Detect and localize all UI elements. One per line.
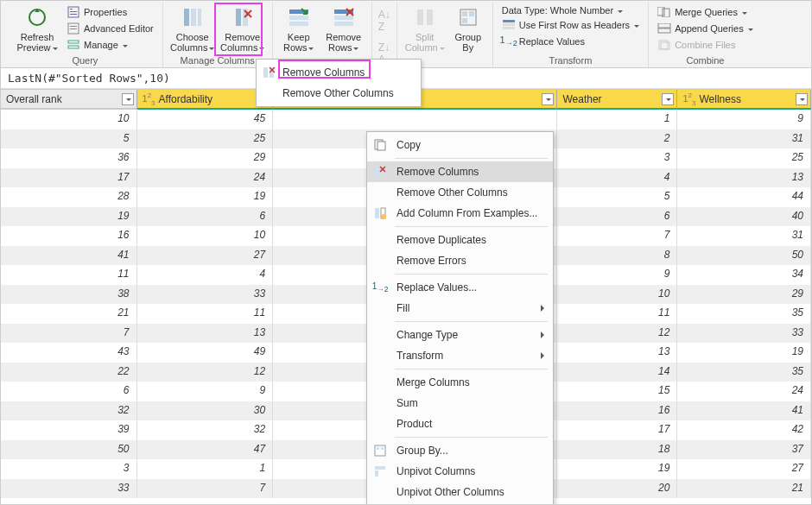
filter-button[interactable] (662, 93, 674, 105)
table-cell[interactable]: 8 (557, 246, 677, 266)
table-cell[interactable]: 5 (1, 129, 137, 149)
table-cell[interactable]: 19 (557, 459, 677, 479)
table-cell[interactable]: 27 (137, 246, 274, 266)
table-cell[interactable]: 13 (137, 324, 274, 344)
table-cell[interactable]: 41 (677, 401, 811, 421)
table-cell[interactable]: 25 (137, 129, 274, 149)
replace-values-button[interactable]: 1→2 Replace Values (498, 34, 643, 49)
table-cell[interactable]: 3 (1, 459, 137, 479)
table-cell[interactable]: 7 (1, 324, 137, 344)
table-cell[interactable]: 9 (677, 110, 811, 129)
table-cell[interactable]: 16 (1, 226, 137, 246)
col-header-overall-rank[interactable]: Overall rank (1, 90, 137, 110)
cm-unpivot-columns[interactable]: Unpivot Columns (367, 461, 553, 482)
table-cell[interactable]: 32 (137, 420, 274, 440)
table-cell[interactable]: 37 (677, 440, 811, 460)
table-cell[interactable]: 35 (677, 304, 811, 324)
cm-remove-columns[interactable]: Remove Columns (367, 161, 553, 182)
table-cell[interactable]: 27 (677, 459, 811, 479)
first-row-headers-button[interactable]: Use First Row as Headers (498, 17, 643, 33)
table-cell[interactable]: 39 (1, 420, 137, 440)
table-cell[interactable]: 20 (557, 479, 677, 499)
table-cell[interactable]: 50 (1, 440, 137, 460)
cm-group-by[interactable]: Group By... (367, 440, 553, 461)
table-cell[interactable]: 50 (677, 246, 811, 266)
manage-button[interactable]: Manage (63, 37, 157, 53)
table-cell[interactable]: 4 (557, 168, 677, 188)
table-row[interactable]: 104519 (1, 110, 811, 129)
table-cell[interactable]: 13 (677, 168, 811, 188)
table-cell[interactable]: 14 (557, 363, 677, 382)
col-header-weather[interactable]: Weather (557, 90, 677, 110)
data-type-button[interactable]: Data Type: Whole Number (498, 4, 643, 16)
cm-copy[interactable]: Copy (367, 135, 553, 155)
table-cell[interactable]: 9 (557, 265, 677, 285)
table-cell[interactable]: 24 (677, 382, 811, 401)
table-cell[interactable]: 7 (137, 479, 274, 499)
keep-rows-button[interactable]: Keep Rows (278, 3, 320, 54)
filter-button[interactable] (796, 93, 808, 105)
table-cell[interactable]: 17 (557, 420, 677, 440)
sort-asc-button[interactable]: A↓Z (376, 6, 393, 35)
cm-change-type[interactable]: Change Type (367, 325, 553, 345)
cm-replace-values[interactable]: 1→2 Replace Values... (367, 277, 553, 298)
cm-remove-other-columns[interactable]: Remove Other Columns (367, 182, 553, 203)
properties-button[interactable]: Properties (63, 4, 157, 20)
table-cell[interactable]: 40 (677, 207, 811, 227)
table-cell[interactable]: 6 (1, 382, 137, 401)
table-cell[interactable]: 47 (137, 440, 274, 460)
table-cell[interactable]: 31 (677, 129, 811, 149)
choose-columns-button[interactable]: Choose Columns (168, 3, 217, 54)
split-column-button[interactable]: Split Column (403, 3, 447, 54)
table-cell[interactable]: 19 (677, 343, 811, 363)
advanced-editor-button[interactable]: Advanced Editor (63, 21, 157, 36)
table-cell[interactable]: 2 (557, 129, 677, 149)
table-cell[interactable]: 19 (1, 207, 137, 227)
table-cell[interactable]: 3 (557, 148, 677, 168)
table-cell[interactable]: 19 (137, 187, 274, 207)
dropdown-remove-other-columns[interactable]: Remove Other Columns (257, 83, 421, 104)
cm-fill[interactable]: Fill (367, 298, 553, 319)
table-cell[interactable]: 1 (137, 459, 274, 479)
table-cell[interactable]: 1 (557, 110, 677, 129)
table-cell[interactable]: 32 (1, 401, 137, 421)
table-cell[interactable]: 12 (137, 363, 274, 382)
merge-queries-button[interactable]: Merge Queries (654, 4, 757, 20)
table-cell[interactable]: 35 (677, 363, 811, 382)
filter-button[interactable] (122, 93, 134, 105)
cm-product[interactable]: Product (367, 413, 553, 434)
col-header-wellness[interactable]: 123 Wellness (677, 90, 811, 110)
cm-add-column-from-examples[interactable]: Add Column From Examples... (367, 203, 553, 224)
table-cell[interactable]: 6 (137, 207, 274, 227)
table-cell[interactable] (273, 110, 557, 129)
table-cell[interactable]: 44 (677, 187, 811, 207)
cm-transform[interactable]: Transform (367, 345, 553, 366)
table-cell[interactable]: 43 (1, 343, 137, 363)
remove-rows-button[interactable]: Remove Rows (321, 3, 366, 54)
table-cell[interactable]: 30 (137, 401, 274, 421)
cm-remove-errors[interactable]: Remove Errors (367, 250, 553, 271)
table-cell[interactable]: 42 (677, 420, 811, 440)
table-cell[interactable]: 25 (677, 148, 811, 168)
table-cell[interactable]: 34 (677, 265, 811, 285)
table-cell[interactable]: 33 (1, 479, 137, 499)
table-cell[interactable]: 5 (557, 187, 677, 207)
table-cell[interactable]: 17 (1, 168, 137, 188)
group-by-button[interactable]: Group By (449, 3, 487, 54)
table-cell[interactable]: 33 (137, 285, 274, 305)
table-cell[interactable]: 24 (137, 168, 274, 188)
cm-unpivot-other-columns[interactable]: Unpivot Other Columns (367, 482, 553, 502)
table-cell[interactable]: 10 (1, 110, 137, 129)
table-cell[interactable]: 10 (137, 226, 274, 246)
table-cell[interactable]: 4 (137, 265, 274, 285)
table-cell[interactable]: 41 (1, 246, 137, 266)
table-cell[interactable]: 11 (1, 265, 137, 285)
table-cell[interactable]: 10 (557, 285, 677, 305)
cm-merge-columns[interactable]: Merge Columns (367, 372, 553, 393)
table-cell[interactable]: 49 (137, 343, 274, 363)
table-cell[interactable]: 29 (677, 285, 811, 305)
table-cell[interactable]: 36 (1, 148, 137, 168)
table-cell[interactable]: 31 (677, 226, 811, 246)
table-cell[interactable]: 11 (137, 304, 274, 324)
col-header-affordability[interactable]: 123 Affordability (137, 90, 274, 110)
